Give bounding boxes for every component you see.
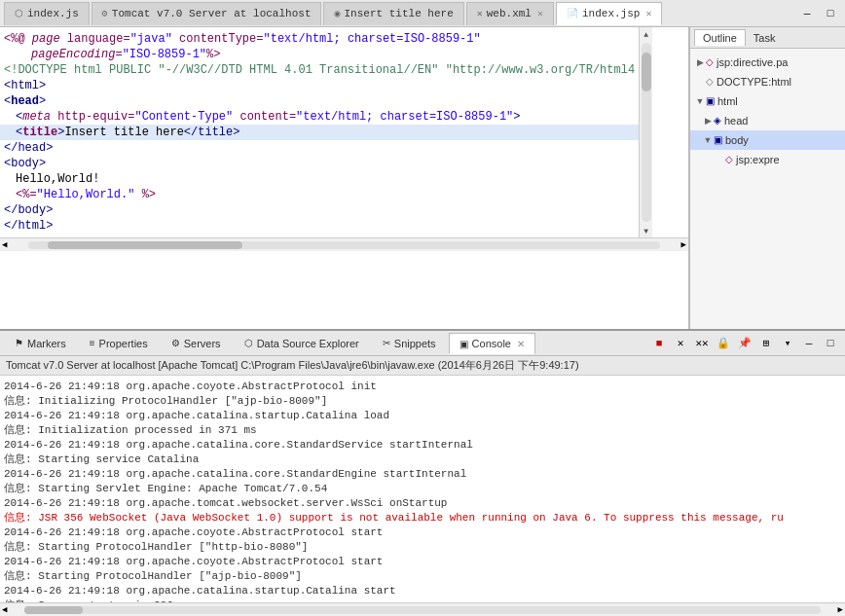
console-scroll-track[interactable]: [24, 606, 820, 614]
console-line: 2014-6-26 21:49:18 org.apache.tomcat.web…: [4, 496, 841, 511]
tab-snippets[interactable]: ✂ Snippets: [372, 333, 447, 354]
tab-insert-title[interactable]: ◉ Insert title here: [323, 2, 463, 25]
tree-item-doctype[interactable]: ◇ DOCTYPE:html: [690, 72, 845, 91]
code-line-10: Hello,World!: [0, 171, 639, 187]
console-line: 信息: Starting Servlet Engine: Apache Tomc…: [4, 482, 841, 496]
console-line: 信息: Starting ProtocolHandler ["http-bio-…: [4, 540, 841, 555]
console-hscroll-left[interactable]: ◀: [0, 604, 9, 615]
console-line: 2014-6-26 21:49:18 org.apache.catalina.c…: [4, 467, 841, 482]
close-web-xml[interactable]: ✕: [537, 8, 543, 19]
editor-vscrollbar[interactable]: ▲ ▼: [639, 27, 652, 237]
code-line-3: <!DOCTYPE html PUBLIC "-//W3C//DTD HTML …: [0, 62, 639, 78]
task-tab-label: Task: [753, 32, 776, 44]
tree-item-html[interactable]: ▼ ▣ html: [690, 91, 845, 111]
minimize-bottom-btn[interactable]: —: [799, 334, 819, 353]
tree-item-jsp-directive[interactable]: ▶ ◇ jsp:directive.pa: [690, 53, 845, 72]
scroll-thumb: [642, 53, 651, 91]
tab-label: web.xml: [487, 8, 532, 19]
head-icon: ◈: [714, 112, 721, 129]
tab-index-jsp[interactable]: 📄 index.jsp ✕: [556, 2, 662, 25]
scroll-down-btn[interactable]: ▼: [640, 224, 653, 237]
outline-tree: ▶ ◇ jsp:directive.pa ◇ DOCTYPE:html ▼ ▣ …: [690, 49, 845, 173]
console-line: 信息: Initialization processed in 371 ms: [4, 423, 841, 438]
scroll-lock-btn[interactable]: 🔒: [714, 334, 733, 353]
tab-markers[interactable]: ⚑ Markers: [4, 333, 77, 354]
tab-data-source[interactable]: ⬡ Data Source Explorer: [234, 333, 370, 354]
editor-content[interactable]: <%@ page language="java" contentType="te…: [0, 27, 639, 237]
code-line-6: <meta http-equiv="Content-Type" content=…: [0, 109, 639, 125]
code-line-7: <title>Insert title here</title>: [0, 125, 639, 140]
tab-properties[interactable]: ≡ Properties: [79, 333, 159, 354]
console-scroll-thumb: [24, 606, 83, 614]
datasource-icon: ⬡: [244, 338, 253, 348]
tab-index-js[interactable]: ⬡ index.js: [4, 2, 90, 25]
stop-btn[interactable]: ■: [649, 334, 669, 353]
hscroll-thumb: [48, 241, 242, 249]
open-console-btn[interactable]: ⊞: [756, 334, 776, 353]
console-content[interactable]: 2014-6-26 21:49:18 org.apache.coyote.Abs…: [0, 376, 845, 602]
tree-item-body[interactable]: ▼ ▣ body: [690, 130, 845, 150]
tab-tomcat[interactable]: ⚙ Tomcat v7.0 Server at localhost: [92, 2, 322, 25]
console-header-text: Tomcat v7.0 Server at localhost [Apache …: [6, 359, 579, 371]
hscroll-track[interactable]: [28, 241, 659, 249]
outline-header: Outline Task: [690, 27, 845, 49]
maximize-bottom-btn[interactable]: □: [821, 334, 840, 353]
xml-icon: ✕: [477, 8, 483, 19]
console-line: 2014-6-26 21:49:18 org.apache.catalina.s…: [4, 409, 841, 423]
console-hscrollbar[interactable]: ◀ ▶: [0, 602, 845, 616]
scroll-up-btn[interactable]: ▲: [640, 27, 653, 41]
code-line-5: <head>: [0, 93, 639, 109]
console-line: 2014-6-26 21:49:18 org.apache.catalina.s…: [4, 584, 841, 598]
tab-web-xml[interactable]: ✕ web.xml ✕: [466, 2, 554, 25]
body-icon: ▣: [714, 131, 722, 149]
outline-pane: Outline Task ▶ ◇ jsp:directive.pa ◇ DOCT…: [689, 27, 845, 329]
console-header: Tomcat v7.0 Server at localhost [Apache …: [0, 356, 845, 376]
hscroll-right-btn[interactable]: ▶: [680, 239, 688, 250]
terminate-btn[interactable]: ✕: [671, 334, 690, 353]
outline-tab-outline[interactable]: Outline: [694, 29, 746, 46]
pin-btn[interactable]: 📌: [735, 334, 754, 353]
tab-label: Insert title here: [345, 8, 454, 19]
console-line: 信息: JSR 356 WebSocket (Java WebSocket 1.…: [4, 511, 841, 525]
code-line-1: <%@ page language="java" contentType="te…: [0, 31, 639, 47]
editor-hscrollbar[interactable]: ◀ ▶: [0, 237, 688, 251]
code-line-11: <%="Hello,World." %>: [0, 187, 639, 202]
server-icon: ⚙: [102, 8, 108, 19]
markers-icon: ⚑: [15, 338, 23, 348]
outline-tab-task[interactable]: Task: [746, 30, 784, 46]
tab-label: Properties: [99, 338, 148, 349]
scroll-track[interactable]: [642, 43, 651, 222]
console-line: 2014-6-26 21:49:18 org.apache.coyote.Abs…: [4, 380, 841, 394]
jsp-icon: 📄: [567, 8, 578, 19]
tree-item-jsp-expre[interactable]: ◇ jsp:expre: [690, 150, 845, 169]
tab-console[interactable]: ▣ Console ✕: [449, 333, 535, 354]
main-area: <%@ page language="java" contentType="te…: [0, 27, 845, 329]
code-line-9: <body>: [0, 156, 639, 171]
console-line: 2014-6-26 21:49:18 org.apache.coyote.Abs…: [4, 555, 841, 569]
maximize-btn[interactable]: □: [821, 4, 840, 23]
close-console-btn[interactable]: ✕: [517, 339, 525, 349]
editor-tab-bar: ⬡ index.js ⚙ Tomcat v7.0 Server at local…: [0, 0, 845, 27]
remove-all-btn[interactable]: ✕✕: [692, 334, 712, 353]
bottom-panel: ⚑ Markers ≡ Properties ⚙ Servers ⬡ Data …: [0, 329, 845, 616]
code-line-8: </head>: [0, 140, 639, 156]
bottom-toolbar: ■ ✕ ✕✕ 🔒 📌 ⊞ ▾ — □: [648, 334, 841, 353]
web-icon: ◉: [334, 8, 340, 19]
hscroll-left-btn[interactable]: ◀: [0, 239, 9, 250]
bottom-tab-bar: ⚑ Markers ≡ Properties ⚙ Servers ⬡ Data …: [0, 331, 845, 356]
snippets-icon: ✂: [383, 338, 390, 348]
console-line: 信息: Starting service Catalina: [4, 453, 841, 467]
editor-pane: <%@ page language="java" contentType="te…: [0, 27, 689, 329]
minimize-btn[interactable]: —: [797, 4, 817, 23]
console-hscroll-right[interactable]: ▶: [836, 604, 845, 615]
tab-servers[interactable]: ⚙ Servers: [161, 333, 232, 354]
tab-label: index.jsp: [582, 8, 640, 19]
js-icon: ⬡: [15, 8, 23, 19]
view-menu-btn[interactable]: ▾: [778, 334, 797, 353]
properties-icon: ≡: [90, 338, 95, 348]
close-index-jsp[interactable]: ✕: [645, 8, 651, 19]
console-line: 2014-6-26 21:49:18 org.apache.catalina.c…: [4, 438, 841, 453]
editor-wrapper: <%@ page language="java" contentType="te…: [0, 27, 688, 237]
tree-item-head[interactable]: ▶ ◈ head: [690, 111, 845, 130]
tree-label: body: [725, 131, 749, 149]
